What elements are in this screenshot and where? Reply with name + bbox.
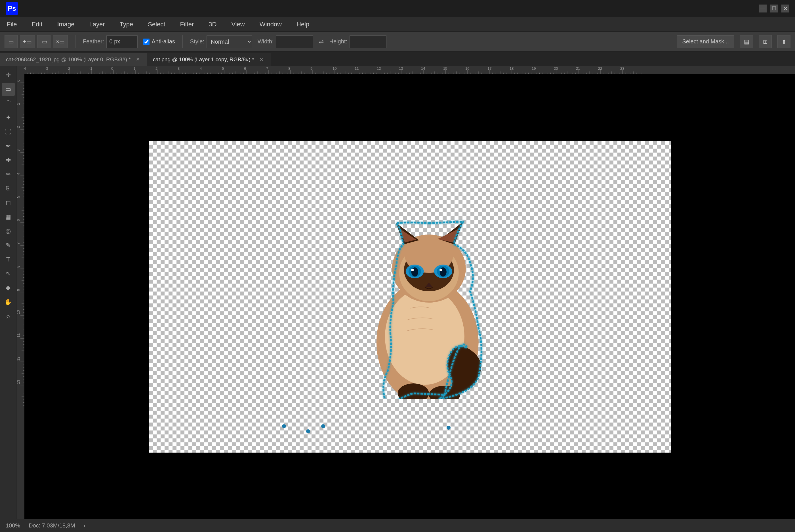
tab-png-label: cat.png @ 100% (Layer 1 copy, RGB/8#) *	[153, 56, 254, 63]
height-input[interactable]	[350, 35, 386, 48]
menu-file[interactable]: File	[4, 20, 19, 29]
hand-tool[interactable]: ✋	[2, 296, 15, 308]
selection-handle-3	[321, 424, 325, 428]
menu-layer[interactable]: Layer	[87, 20, 107, 29]
stamp-tool[interactable]: ⎘	[2, 182, 15, 195]
select-and-mask-button[interactable]: Select and Mask...	[677, 35, 734, 48]
brush-tool[interactable]: ✏	[2, 168, 15, 181]
canvas-area	[16, 66, 795, 519]
share-button[interactable]: ⬆	[777, 35, 791, 48]
document-canvas	[149, 141, 671, 453]
menu-filter[interactable]: Filter	[178, 20, 196, 29]
panels-toggle-button[interactable]: ▤	[740, 35, 753, 48]
tab-png[interactable]: cat.png @ 100% (Layer 1 copy, RGB/8#) * …	[147, 53, 271, 66]
tab-png-close[interactable]: ✕	[258, 56, 264, 63]
menu-image[interactable]: Image	[55, 20, 77, 29]
lasso-tool[interactable]: ⌒	[2, 97, 15, 110]
window-controls[interactable]: — ☐ ✕	[759, 4, 789, 13]
svg-point-16	[440, 267, 447, 277]
doc-info: Doc: 7,03M/18,8M	[29, 522, 75, 529]
minimize-button[interactable]: —	[759, 4, 766, 13]
status-bar: 100% Doc: 7,03M/18,8M ›	[0, 519, 795, 532]
zoom-tool[interactable]: ⌕	[2, 310, 15, 323]
menu-edit[interactable]: Edit	[29, 20, 44, 29]
menu-window[interactable]: Window	[257, 20, 284, 29]
title-bar: Ps — ☐ ✕	[0, 0, 795, 17]
eraser-tool[interactable]: ◻	[2, 196, 15, 209]
style-label: Style:	[190, 38, 204, 45]
main-area: ✛ ▭ ⌒ ✦ ⛶ ✒ ✚ ✏ ⎘ ◻ ▦ ◎ ✎ T ↖ ◆ ✋ ⌕	[0, 66, 795, 519]
menu-type[interactable]: Type	[117, 20, 136, 29]
selection-handle-4	[447, 426, 450, 430]
blur-tool[interactable]: ◎	[2, 225, 15, 238]
feather-group: Feather:	[83, 35, 137, 48]
svg-point-12	[411, 267, 418, 277]
selection-handle-2	[306, 429, 310, 433]
toolbar-divider-1	[75, 35, 75, 48]
cat-image-container	[331, 201, 518, 401]
cat-image	[331, 201, 518, 399]
shapes-tool[interactable]: ◆	[2, 281, 15, 294]
move-tool[interactable]: ✛	[2, 69, 15, 82]
ruler-top	[16, 66, 795, 74]
menu-3d[interactable]: 3D	[206, 20, 219, 29]
toolbar-divider-2	[182, 35, 183, 48]
antialias-text: Anti-alias	[152, 38, 175, 45]
style-select[interactable]: Normal Fixed Ratio Fixed Size	[206, 35, 252, 48]
ruler-left-wrap	[16, 74, 795, 519]
pen-tool[interactable]: ✎	[2, 239, 15, 252]
intersect-selection-button[interactable]: ×▭	[53, 35, 68, 48]
gradient-tool[interactable]: ▦	[2, 210, 15, 224]
feather-label: Feather:	[83, 38, 104, 45]
eyedropper-tool[interactable]: ✒	[2, 139, 15, 153]
antialias-label[interactable]: Anti-alias	[143, 38, 175, 45]
tab-jpg-close[interactable]: ✕	[135, 56, 141, 63]
menu-help[interactable]: Help	[294, 20, 312, 29]
type-tool[interactable]: T	[2, 253, 15, 266]
tabs-bar: cat-2068462_1920.jpg @ 100% (Layer 0, RG…	[0, 52, 795, 66]
ruler-left	[16, 74, 24, 519]
subtract-selection-button[interactable]: -▭	[37, 35, 51, 48]
maximize-button[interactable]: ☐	[770, 4, 778, 13]
height-label: Height:	[329, 38, 347, 45]
status-arrow[interactable]: ›	[84, 522, 86, 529]
svg-point-17	[440, 269, 442, 271]
selection-handle-1	[282, 424, 286, 428]
new-selection-button[interactable]: ▭	[4, 35, 18, 48]
menu-view[interactable]: View	[229, 20, 247, 29]
swap-dimensions-icon[interactable]: ⇌	[319, 38, 324, 45]
style-group: Style: Normal Fixed Ratio Fixed Size	[190, 35, 252, 48]
selection-mode-group: ▭ +▭ -▭ ×▭	[4, 35, 68, 48]
left-toolbox: ✛ ▭ ⌒ ✦ ⛶ ✒ ✚ ✏ ⎘ ◻ ▦ ◎ ✎ T ↖ ◆ ✋ ⌕	[0, 66, 16, 519]
tab-jpg[interactable]: cat-2068462_1920.jpg @ 100% (Layer 0, RG…	[0, 53, 147, 66]
marquee-tool[interactable]: ▭	[2, 83, 15, 96]
height-group: Height:	[329, 35, 386, 48]
tab-jpg-label: cat-2068462_1920.jpg @ 100% (Layer 0, RG…	[6, 56, 131, 63]
svg-point-13	[411, 269, 414, 271]
ps-logo: Ps	[6, 2, 18, 15]
close-button[interactable]: ✕	[781, 4, 789, 13]
add-selection-button[interactable]: +▭	[20, 35, 35, 48]
path-selection-tool[interactable]: ↖	[2, 267, 15, 280]
zoom-level: 100%	[6, 522, 20, 529]
more-options-button[interactable]: ⊞	[759, 35, 772, 48]
magic-wand-tool[interactable]: ✦	[2, 111, 15, 124]
antialias-checkbox[interactable]	[143, 39, 149, 45]
menu-select[interactable]: Select	[146, 20, 167, 29]
width-input[interactable]	[276, 35, 313, 48]
toolbar: ▭ +▭ -▭ ×▭ Feather: Anti-alias Style: No…	[0, 32, 795, 52]
canvas-viewport[interactable]	[24, 74, 795, 519]
width-label: Width:	[258, 38, 274, 45]
healing-tool[interactable]: ✚	[2, 154, 15, 167]
feather-input[interactable]	[106, 35, 137, 48]
menu-bar: File Edit Image Layer Type Select Filter…	[0, 17, 795, 32]
width-group: Width:	[258, 35, 313, 48]
crop-tool[interactable]: ⛶	[2, 125, 15, 138]
